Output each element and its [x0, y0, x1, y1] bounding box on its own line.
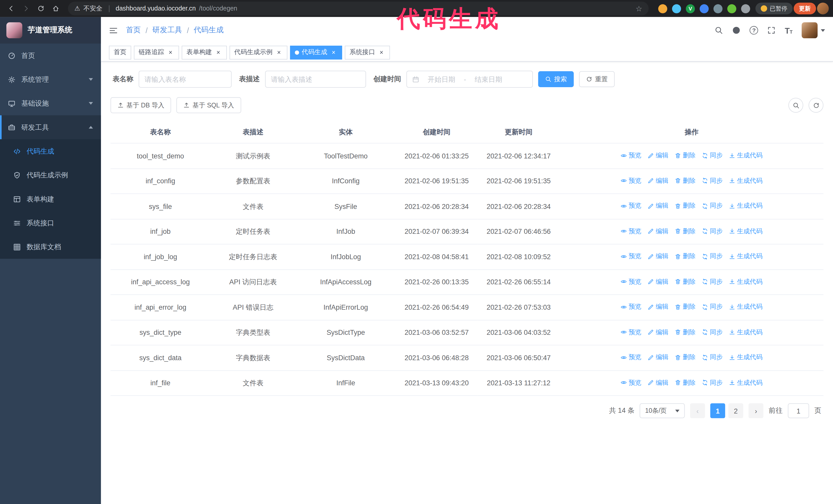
reload-button[interactable]	[34, 2, 48, 16]
generate-code-link[interactable]: 生成代码	[729, 226, 763, 236]
generate-code-link[interactable]: 生成代码	[729, 176, 763, 185]
end-date-input[interactable]	[469, 75, 507, 83]
start-date-input[interactable]	[422, 75, 460, 83]
sync-link[interactable]: 同步	[702, 151, 722, 160]
preview-link[interactable]: 预览	[620, 151, 641, 160]
sync-link[interactable]: 同步	[702, 201, 722, 211]
edit-link[interactable]: 编辑	[648, 302, 668, 311]
preview-link[interactable]: 预览	[620, 302, 641, 311]
close-icon[interactable]: ×	[215, 49, 222, 56]
sidebar-subitem-api[interactable]: 系统接口	[0, 211, 101, 235]
sync-link[interactable]: 同步	[702, 176, 722, 185]
extension-icon-3[interactable]: V	[686, 4, 695, 13]
preview-link[interactable]: 预览	[620, 353, 641, 362]
extension-icon-6[interactable]	[728, 4, 736, 13]
font-size-icon[interactable]: TT	[785, 26, 792, 34]
next-page-button[interactable]: ›	[748, 403, 763, 418]
page-number-1[interactable]: 1	[710, 403, 725, 418]
search-icon[interactable]	[715, 26, 723, 34]
edit-link[interactable]: 编辑	[648, 277, 668, 286]
extension-icon-5[interactable]	[714, 4, 722, 13]
goto-page-input[interactable]	[788, 403, 809, 418]
prev-page-button[interactable]: ‹	[690, 403, 705, 418]
browser-profile-avatar[interactable]	[817, 3, 829, 14]
preview-link[interactable]: 预览	[620, 328, 641, 337]
tag-active[interactable]: 代码生成×	[290, 45, 342, 59]
table-desc-input[interactable]	[265, 71, 366, 88]
delete-link[interactable]: 删除	[675, 353, 696, 362]
sidebar-subitem-form-builder[interactable]: 表单构建	[0, 187, 101, 211]
tag-item[interactable]: 系统接口×	[345, 45, 390, 59]
bookmark-star-icon[interactable]: ☆	[636, 4, 642, 13]
table-name-input[interactable]	[139, 71, 232, 88]
generate-code-link[interactable]: 生成代码	[729, 328, 763, 337]
user-avatar-menu[interactable]	[802, 22, 825, 38]
sync-link[interactable]: 同步	[702, 378, 722, 387]
search-button[interactable]: 搜索	[538, 71, 574, 87]
breadcrumb-item[interactable]: 首页	[126, 25, 141, 35]
edit-link[interactable]: 编辑	[648, 328, 668, 337]
close-icon[interactable]: ×	[378, 49, 385, 56]
generate-code-link[interactable]: 生成代码	[729, 353, 763, 362]
tag-item[interactable]: 链路追踪×	[134, 45, 179, 59]
preview-link[interactable]: 预览	[620, 252, 641, 261]
update-button[interactable]: 更新	[794, 3, 816, 14]
edit-link[interactable]: 编辑	[648, 201, 668, 211]
fullscreen-icon[interactable]	[767, 26, 776, 34]
sidebar-item-system[interactable]: 系统管理	[0, 67, 101, 91]
breadcrumb-item[interactable]: 代码生成	[194, 25, 223, 35]
preview-link[interactable]: 预览	[620, 226, 641, 236]
tag-item[interactable]: 首页	[109, 45, 131, 59]
extension-icon-7[interactable]	[741, 4, 750, 13]
sidebar-item-infra[interactable]: 基础设施	[0, 92, 101, 115]
generate-code-link[interactable]: 生成代码	[729, 378, 763, 387]
reset-button[interactable]: 重置	[579, 71, 615, 87]
toggle-search-button[interactable]	[788, 98, 803, 113]
generate-code-link[interactable]: 生成代码	[729, 201, 763, 211]
delete-link[interactable]: 删除	[675, 378, 696, 387]
edit-link[interactable]: 编辑	[648, 378, 668, 387]
help-icon[interactable]: ?	[750, 26, 758, 34]
tag-item[interactable]: 代码生成示例×	[230, 45, 287, 59]
delete-link[interactable]: 删除	[675, 328, 696, 337]
generate-code-link[interactable]: 生成代码	[729, 302, 763, 311]
delete-link[interactable]: 删除	[675, 226, 696, 236]
breadcrumb-item[interactable]: 研发工具	[152, 25, 182, 35]
delete-link[interactable]: 删除	[675, 201, 696, 211]
edit-link[interactable]: 编辑	[648, 252, 668, 261]
address-bar[interactable]: ⚠ 不安全 dashboard.yudao.iocoder.cn/tool/co…	[68, 2, 648, 16]
tag-item[interactable]: 表单构建×	[182, 45, 227, 59]
delete-link[interactable]: 删除	[675, 252, 696, 261]
preview-link[interactable]: 预览	[620, 176, 641, 185]
page-size-select[interactable]: 10条/页	[640, 403, 685, 418]
import-db-button[interactable]: 基于 DB 导入	[111, 97, 171, 113]
delete-link[interactable]: 删除	[675, 151, 696, 160]
sync-link[interactable]: 同步	[702, 277, 722, 286]
delete-link[interactable]: 删除	[675, 277, 696, 286]
preview-link[interactable]: 预览	[620, 378, 641, 387]
generate-code-link[interactable]: 生成代码	[729, 252, 763, 261]
app-logo[interactable]: 芋道管理系统	[0, 17, 101, 44]
close-icon[interactable]: ×	[330, 49, 337, 56]
sidebar-subitem-codegen[interactable]: 代码生成	[0, 139, 101, 163]
sync-link[interactable]: 同步	[702, 328, 722, 337]
sidebar-subitem-db-doc[interactable]: 数据库文档	[0, 235, 101, 259]
extension-icon-1[interactable]	[658, 4, 667, 13]
preview-link[interactable]: 预览	[620, 201, 641, 211]
import-sql-button[interactable]: 基于 SQL 导入	[176, 97, 241, 113]
forward-button[interactable]	[19, 2, 33, 16]
close-icon[interactable]: ×	[167, 49, 174, 56]
back-button[interactable]	[4, 2, 18, 16]
sync-link[interactable]: 同步	[702, 252, 722, 261]
paused-badge[interactable]: 已暂停	[755, 3, 792, 14]
github-icon[interactable]	[732, 26, 741, 34]
extension-icon-2[interactable]	[672, 4, 681, 13]
delete-link[interactable]: 删除	[675, 302, 696, 311]
edit-link[interactable]: 编辑	[648, 353, 668, 362]
sidebar-item-devtools[interactable]: 研发工具	[0, 115, 101, 139]
edit-link[interactable]: 编辑	[648, 151, 668, 160]
sidebar-item-home[interactable]: 首页	[0, 44, 101, 67]
edit-link[interactable]: 编辑	[648, 176, 668, 185]
home-button[interactable]	[49, 2, 63, 16]
extension-icon-4[interactable]	[700, 4, 709, 13]
